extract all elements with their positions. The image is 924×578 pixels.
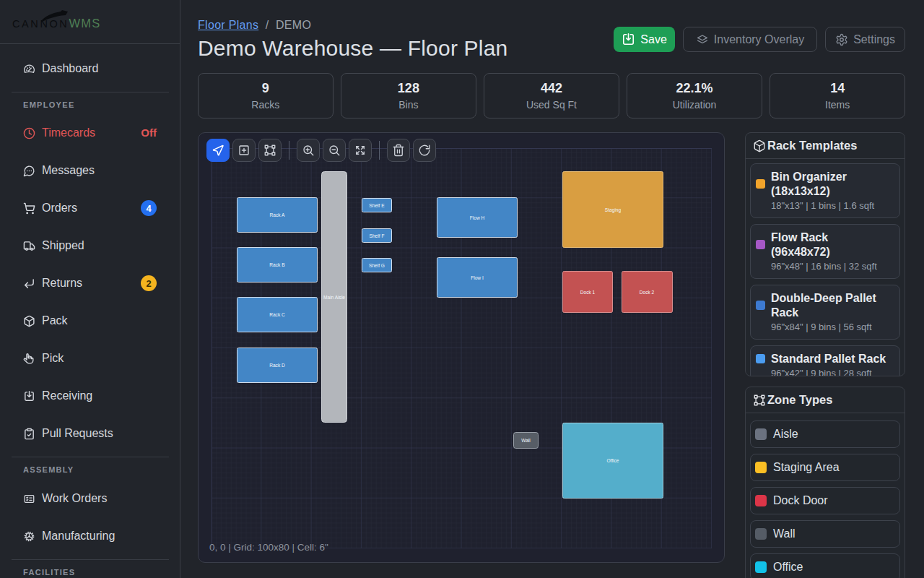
svg-text:Rack B: Rack B — [269, 262, 285, 267]
svg-text:Rack C: Rack C — [269, 312, 285, 317]
svg-text:Shelf E: Shelf E — [369, 203, 385, 208]
svg-text:Office: Office — [606, 458, 619, 463]
svg-text:Rack D: Rack D — [269, 363, 285, 368]
svg-text:Shelf G: Shelf G — [369, 263, 385, 268]
svg-text:Staging: Staging — [605, 207, 622, 213]
svg-text:Shelf F: Shelf F — [370, 233, 385, 238]
svg-text:Flow I: Flow I — [471, 275, 484, 280]
svg-text:Dock 2: Dock 2 — [640, 290, 655, 295]
svg-text:Flow H: Flow H — [470, 215, 485, 220]
svg-text:Dock 1: Dock 1 — [580, 290, 596, 295]
svg-text:Wall: Wall — [521, 438, 531, 443]
svg-text:Rack A: Rack A — [270, 212, 285, 217]
svg-text:Main Aisle: Main Aisle — [323, 295, 345, 300]
